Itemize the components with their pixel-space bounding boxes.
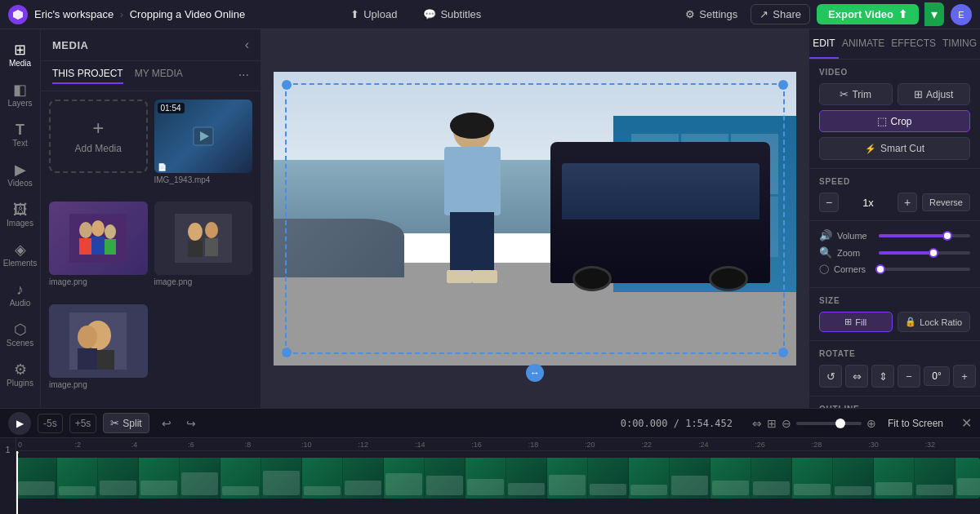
media-thumb-img2[interactable] (154, 202, 253, 275)
zoom-label: Zoom (837, 248, 874, 258)
sidebar-item-layers[interactable]: ◧ Layers (2, 76, 38, 114)
thumb-frame (874, 458, 915, 498)
media-more-button[interactable]: ··· (238, 68, 249, 84)
settings-button[interactable]: ⚙ Settings (679, 5, 744, 24)
tab-this-project[interactable]: THIS PROJECT (52, 68, 123, 84)
workspace-name[interactable]: Eric's workspace (34, 8, 114, 20)
sidebar-item-plugins[interactable]: ⚙ Plugins (2, 356, 38, 394)
sidebar-item-label: Images (7, 219, 33, 228)
volume-thumb[interactable] (942, 231, 952, 241)
corners-label: Corners (834, 264, 871, 274)
thumb-frame (956, 458, 980, 498)
zoom-thumb[interactable] (835, 419, 845, 428)
zoom-in-button[interactable]: ⊕ (866, 417, 876, 430)
size-buttons: ⊞ Fill 🔒 Lock Ratio (819, 312, 970, 332)
zoom-slider[interactable] (879, 251, 970, 255)
thumb-frame (670, 458, 710, 498)
tab-animate[interactable]: ANIMATE (839, 29, 888, 59)
speed-decrease-button[interactable]: − (819, 193, 839, 212)
tab-timing[interactable]: TIMING (939, 29, 980, 59)
adjust-icon: ⊞ (914, 88, 923, 100)
thumb-frame (588, 458, 629, 498)
volume-label: Volume (837, 231, 874, 241)
media-thumb-img3[interactable] (49, 304, 148, 378)
sidebar-item-audio[interactable]: ♪ Audio (2, 276, 38, 314)
sidebar-item-elements[interactable]: ◈ Elements (2, 236, 38, 274)
play-button[interactable]: ▶ (8, 412, 31, 435)
crop-button[interactable]: ⬚ Crop (819, 110, 970, 132)
logo (8, 5, 28, 24)
export-caret-button[interactable]: ▾ (924, 2, 944, 26)
fit-to-screen-button[interactable]: Fit to Screen (881, 414, 950, 432)
redo-button[interactable]: ↪ (180, 413, 202, 434)
thumb-frame (629, 458, 670, 498)
sidebar-item-videos[interactable]: ▶ Videos (2, 156, 38, 194)
adjust-button[interactable]: ⊞ Adjust (898, 83, 971, 105)
zoom-row: 🔍 Zoom (819, 246, 970, 259)
skip-back-button[interactable]: -5s (38, 414, 63, 433)
zoom-thumb[interactable] (929, 248, 938, 258)
sidebar-item-images[interactable]: 🖼 Images (2, 196, 38, 234)
dual-arrow-icon[interactable]: ⇔ (752, 417, 762, 430)
rotate-increase-button[interactable]: + (953, 365, 976, 388)
svg-rect-12 (188, 241, 203, 257)
tab-my-media[interactable]: MY MEDIA (135, 68, 183, 84)
svg-rect-10 (175, 214, 232, 263)
tab-effects[interactable]: EFFECTS (888, 29, 939, 59)
plus-icon: + (92, 118, 104, 138)
add-media-button[interactable]: + Add Media (49, 100, 148, 173)
crop-center-control[interactable]: ↔ (526, 364, 544, 382)
video-track[interactable] (16, 451, 980, 514)
lock-ratio-button[interactable]: 🔒 Lock Ratio (898, 312, 971, 332)
fill-button[interactable]: ⊞ Fill (819, 312, 893, 332)
rotate-decrease-button[interactable]: − (898, 365, 920, 388)
smart-cut-button[interactable]: ⚡ Smart Cut (819, 137, 970, 160)
rotate-section-label: ROTATE (819, 349, 970, 358)
upload-button[interactable]: ⬆ Upload (344, 5, 403, 24)
thumb-frame (261, 458, 302, 498)
tab-edit[interactable]: EDIT (809, 29, 839, 59)
img2-filename: image.png (154, 277, 253, 286)
rotate-controls: ↺ ⇔ ⇕ − 0° + (819, 365, 970, 388)
thumb-frame (710, 458, 751, 498)
layers-icon: ◧ (13, 82, 27, 97)
sidebar-item-scenes[interactable]: ⬡ Scenes (2, 316, 38, 354)
right-panel-tabs: EDIT ANIMATE EFFECTS TIMING (809, 29, 980, 60)
img3-filename: image.png (49, 380, 148, 389)
split-view-icon[interactable]: ⊞ (767, 417, 777, 430)
media-thumb-video1[interactable]: 01:54 📄 (154, 100, 253, 173)
subtitles-button[interactable]: 💬 Subtitles (416, 5, 488, 24)
trim-button[interactable]: ✂ Trim (819, 83, 893, 105)
media-thumb-img1[interactable] (49, 202, 148, 275)
corners-slider[interactable] (875, 268, 970, 271)
thumb-frame (466, 458, 506, 498)
export-icon: ⬆ (898, 8, 907, 20)
flip-h-button[interactable]: ⇔ (845, 365, 868, 388)
skip-fwd-button[interactable]: +5s (69, 414, 97, 433)
thumb-frame (751, 458, 792, 498)
reverse-button[interactable]: Reverse (922, 193, 970, 211)
zoom-slider[interactable] (796, 422, 862, 425)
split-button[interactable]: ✂ Split (103, 413, 149, 433)
sidebar-item-media[interactable]: ⊞ Media (2, 36, 38, 74)
ruler-mark: :32 (924, 438, 936, 450)
share-button[interactable]: ↗ Share (751, 4, 810, 24)
undo-redo-group: ↩ ↪ (156, 413, 202, 434)
zoom-icon: 🔍 (819, 246, 832, 259)
avatar[interactable]: E (951, 4, 972, 25)
speed-increase-button[interactable]: + (898, 193, 917, 212)
corners-thumb[interactable] (875, 264, 885, 274)
timecode-ruler: 0:2:4:6:8:10:12:14:16:18:20:22:24:26:28:… (16, 438, 980, 451)
thumb-frame (57, 458, 98, 498)
rotate-ccw-button[interactable]: ↺ (819, 365, 842, 388)
panel-collapse-button[interactable]: ‹ (245, 38, 249, 52)
undo-button[interactable]: ↩ (156, 413, 177, 434)
export-button[interactable]: Export Video ⬆ (817, 4, 919, 24)
close-timeline-button[interactable]: ✕ (961, 415, 972, 431)
sliders-section: 🔊 Volume 🔍 Zoom ◯ Corners (809, 221, 980, 288)
flip-v-button[interactable]: ⇕ (871, 365, 894, 388)
sidebar-item-text[interactable]: T Text (2, 116, 38, 154)
zoom-out-button[interactable]: ⊖ (782, 417, 791, 430)
volume-slider[interactable] (879, 234, 970, 237)
svg-rect-14 (205, 238, 218, 256)
